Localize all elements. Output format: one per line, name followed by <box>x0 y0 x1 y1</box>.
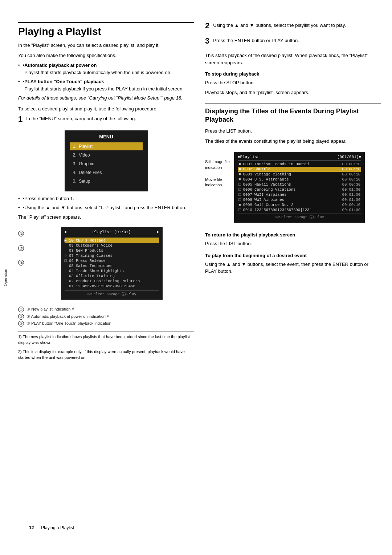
movie-label: Movie file indication <box>205 177 230 188</box>
left-column: Playing a Playlist In the "Playlist" scr… <box>18 22 194 522</box>
playlist-row-0: ▶ 10 CEO's Message <box>65 238 159 243</box>
to-play-text: Using the ▲ and ▼ buttons, select the ev… <box>205 261 381 275</box>
events-row-3: ■ 0004 U.S. Astronauts 00:00:10 <box>238 177 361 182</box>
events-row-5: □ 0006 Canoeing Vacations 00:01:00 <box>238 187 361 192</box>
to-return-section: To return to the playlist playback scree… <box>205 231 381 247</box>
select-intro: To select a desired playlist and play it… <box>18 105 194 113</box>
to-stop-text1: Press the STOP button. <box>205 79 381 86</box>
events-header: ● Playlist (001/001) ● <box>238 155 361 161</box>
playlist-row-1: 09 Customer's Voice <box>65 243 159 248</box>
page-number: 12 <box>29 525 34 530</box>
to-return-title: To return to the playlist playback scree… <box>205 231 381 239</box>
circ3-label: ③ ③ PLAY button "One Touch" playback ind… <box>18 320 194 327</box>
page-footer: 12 Playing a Playlist <box>18 522 381 533</box>
events-screen-wrapper: Still image file indication Movie file i… <box>205 148 381 226</box>
events-row-1: ■ 0002 Shuttle 00:00:10 <box>238 167 361 172</box>
playlist-appears: The "Playlist" screen appears. <box>18 214 194 221</box>
side-operation-label: Operation <box>0 15 11 540</box>
playlist-row-5: 05 Sales Techniques <box>65 263 159 268</box>
circ1-label: ① ① New playlist indication ¹⁾ <box>18 306 194 313</box>
circle-1: ① <box>18 231 25 236</box>
menu-item-video: 2. Video <box>70 151 143 159</box>
menu-item-setup: 0. Setup <box>70 177 143 185</box>
playlist-screen-header: ● Playlist (01/01) ● <box>65 230 159 236</box>
step-3-block: 3 Press the ENTER button or PLAY button. <box>205 37 381 47</box>
bullet-auto-playback: • Automatic playback at power on Playlis… <box>18 62 194 76</box>
page-title: Playing a Playlist <box>18 22 194 37</box>
section2-title: Displaying the Titles of the Events Duri… <box>205 104 381 124</box>
to-stop-title: To stop during playback <box>205 70 381 78</box>
playlist-row-8: 02 Product Positioning Pointers <box>65 279 159 284</box>
also-text: You can also make the following specific… <box>18 52 194 59</box>
sub-bullet-2: •Using the ▲ and ▼ buttons, select "1. P… <box>18 204 194 211</box>
events-row-9: □ 0010 12345678901234567890|1234 00:01:0… <box>238 207 361 212</box>
playlist-row-4: □ 06 Press Release <box>65 258 159 263</box>
events-row-4: □ 0005 Hawaii Vacations 00:00:30 <box>238 182 361 187</box>
circle-2: ② <box>18 245 25 251</box>
menu-item-graphic: 3. Graphic <box>70 160 143 168</box>
bullet-one-touch: • PLAY button "One Touch" playback Playl… <box>18 78 194 92</box>
to-play-title: To play from the beginning of a desired … <box>205 252 381 259</box>
to-return-text: Press the LIST button. <box>205 240 381 247</box>
step-1-block: 1 In the "MENU" screen, carry out any of… <box>18 115 194 125</box>
events-screen: ● Playlist (001/001) ● ■ 0001 Tourism Tr… <box>234 152 365 223</box>
playlist-screen: ● Playlist (01/01) ● ▶ 10 CEO's Message … <box>61 227 163 300</box>
to-stop-section: To stop during playback Press the STOP b… <box>205 70 381 96</box>
footnotes-section: 1) The new playlist indication shows pla… <box>18 331 194 361</box>
italic-note: For details of these settings, see "Carr… <box>18 94 194 102</box>
menu-screen: MENU 1. Playlist 2. Video 3. Graphic 4. … <box>65 130 148 191</box>
menu-title: MENU <box>70 134 143 139</box>
playlist-row-7: 03 Off-site Training <box>65 274 159 279</box>
sub-bullet-1: •Press numeric button 1. <box>18 195 194 202</box>
circ2-label: ② ② Automatic playback at power on indic… <box>18 313 194 320</box>
menu-item-delete: 4. Delete Files <box>70 169 143 177</box>
events-footer: ○○Select ○○Page ⓖ▷Play <box>238 214 361 220</box>
step-2-text: Using the ▲ and ▼ buttons, select the pl… <box>213 22 381 29</box>
intro-text: In the "Playlist" screen, you can select… <box>18 42 194 49</box>
menu-item-playlist: 1. Playlist <box>70 142 143 150</box>
side-annotations: Still image file indication Movie file i… <box>205 148 230 188</box>
events-row-6: □ 0007 WWII Airplanes 00:01:00 <box>238 192 361 197</box>
section2-intro: Press the LIST button. <box>205 127 381 135</box>
playlist-screen-footer: ○○Select ○○Page ⓖ▷Play <box>65 290 159 297</box>
section2-detail: The titles of the events constituting th… <box>205 138 381 145</box>
circle-footnotes: ① ① New playlist indication ¹⁾ ② ② Autom… <box>18 306 194 327</box>
to-stop-text2: Playback stops, and the "playlist" scree… <box>205 89 381 96</box>
footer-label: Playing a Playlist <box>41 525 74 530</box>
step-1-number: 1 <box>18 115 23 123</box>
events-row-2: ■ 0003 Vintage Clothing 00:00:10 <box>238 172 361 177</box>
after-step3: This starts playback of the desired play… <box>205 52 381 66</box>
right-column: 2 Using the ▲ and ▼ buttons, select the … <box>205 22 381 522</box>
playlist-row-3: ○ 07 Training Classes <box>65 253 159 258</box>
footnote-1: 1) The new playlist indication shows pla… <box>18 334 194 346</box>
playlist-row-6: 04 Trade Show Highlights <box>65 268 159 274</box>
events-row-7: □ 0008 WWI Airplanes 00:01:00 <box>238 197 361 202</box>
still-label: Still image file indication <box>205 159 230 170</box>
step-2-number: 2 <box>205 22 209 30</box>
playlist-row-9: 01 12345678901234567890123456 <box>65 284 159 289</box>
circle-annotations: ① ② ③ <box>18 223 25 266</box>
events-row-0: ■ 0001 Tourism Trends in Hawaii 00:00:10 <box>238 162 361 167</box>
step-3-number: 3 <box>205 37 209 45</box>
events-row-8: ■ 0009 Golf Course No. 2 00:00:10 <box>238 202 361 207</box>
content-area: Playing a Playlist In the "Playlist" scr… <box>11 15 392 540</box>
step-3-text: Press the ENTER button or PLAY button. <box>213 37 381 44</box>
playlist-screen-wrapper: ① ② ③ ● Playlist (01/01) ● ▶ 10 CEO's Me… <box>18 223 194 303</box>
circle-3: ③ <box>18 260 25 266</box>
two-column-layout: Playing a Playlist In the "Playlist" scr… <box>18 22 381 522</box>
to-play-section: To play from the beginning of a desired … <box>205 252 381 275</box>
sub-bullets: •Press numeric button 1. •Using the ▲ an… <box>18 195 194 211</box>
footnote-2: 2) This is a display for example only. I… <box>18 349 194 361</box>
step-1-text: In the "MENU" screen, carry out any of t… <box>26 115 194 122</box>
step-2-block: 2 Using the ▲ and ▼ buttons, select the … <box>205 22 381 32</box>
playlist-row-2: 08 New Products <box>65 248 159 253</box>
